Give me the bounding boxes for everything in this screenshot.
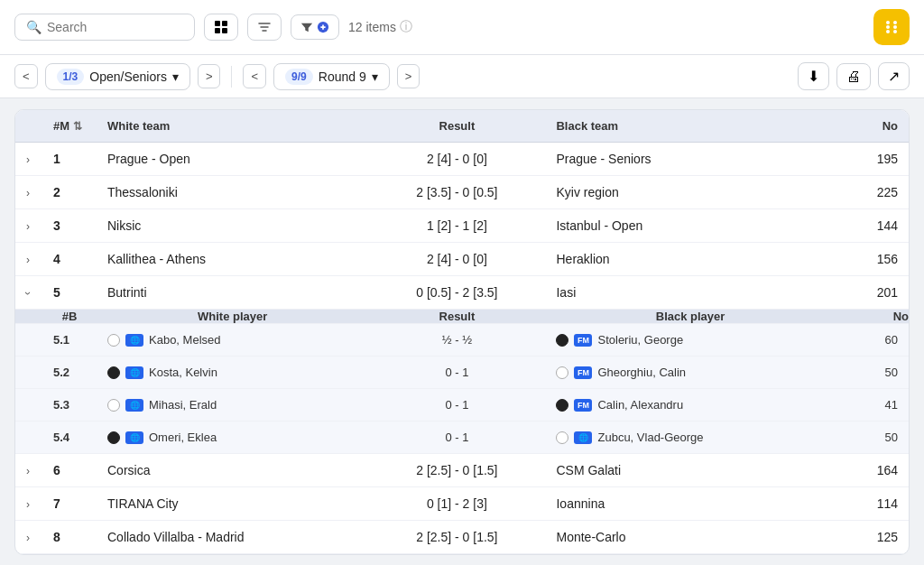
player-flag-icon: 🌐: [125, 334, 143, 347]
white-player-cell: 🌐 Kosta, Kelvin: [97, 357, 368, 389]
sub-no: 41: [836, 389, 909, 421]
svg-rect-2: [215, 28, 220, 33]
white-color-dot: [107, 431, 120, 444]
filter-button[interactable]: [291, 14, 339, 40]
sub-table-row: 5.3 🌐 Mihasi, Erald 0 - 1: [15, 389, 909, 421]
result: 1 [2] - 1 [2]: [368, 209, 545, 243]
app-menu-button[interactable]: [873, 9, 910, 45]
expand-row-1-button[interactable]: ›: [26, 153, 30, 166]
expand-row-8-button[interactable]: ›: [26, 532, 30, 544]
table-row: › 5 Butrinti 0 [0.5] - 2 [3.5] Iasi 201: [15, 276, 909, 310]
white-team: Niksic: [97, 209, 368, 243]
board-result: 0 - 1: [368, 357, 545, 389]
sub-no: 60: [836, 324, 909, 357]
expand-row-3-button[interactable]: ›: [26, 220, 30, 233]
expand-row-6-button[interactable]: ›: [26, 465, 30, 477]
col-white-team: White team: [97, 110, 368, 143]
sub-table-header: #B White player Result Black player No: [15, 310, 909, 324]
expand-row-5-button[interactable]: ›: [22, 292, 34, 295]
black-player-name: Zubcu, Vlad-George: [597, 431, 703, 444]
sub-table-row: 5.1 🌐 Kabo, Melsed ½ - ½: [15, 324, 909, 357]
round-prev-button[interactable]: <: [243, 64, 266, 88]
row-num: 4: [42, 243, 97, 276]
round-selector[interactable]: 9/9 Round 9 ▾: [273, 63, 390, 90]
sub-expand-cell: [15, 324, 42, 357]
player-flag-icon: 🌐: [125, 431, 143, 444]
sub-no: 50: [836, 421, 909, 454]
result: 2 [2.5] - 0 [1.5]: [368, 454, 545, 487]
row-num: 1: [42, 143, 97, 176]
white-color-dot: [107, 399, 120, 412]
col-expand: [15, 110, 42, 143]
group-next-button[interactable]: >: [198, 64, 221, 88]
result: 2 [4] - 0 [0]: [368, 243, 545, 276]
player-flag-icon: 🌐: [574, 431, 592, 444]
white-team: Kallithea - Athens: [97, 243, 368, 276]
white-team: TIRANA City: [97, 487, 368, 521]
board-result: 0 - 1: [368, 421, 545, 454]
row-num: 3: [42, 209, 97, 243]
expand-row-4-button[interactable]: ›: [26, 254, 30, 266]
search-icon: 🔍: [26, 20, 42, 34]
grid-view-button[interactable]: [204, 14, 238, 41]
sort-icon[interactable]: ⇅: [73, 120, 82, 133]
search-box[interactable]: 🔍: [14, 14, 195, 41]
svg-point-7: [886, 21, 890, 24]
toolbar: 🔍 12 items ⓘ: [0, 0, 924, 55]
svg-rect-3: [222, 28, 227, 33]
svg-point-8: [893, 21, 897, 24]
result: 2 [3.5] - 0 [0.5]: [368, 176, 545, 209]
no: 201: [836, 276, 909, 310]
svg-rect-1: [222, 21, 227, 26]
black-team: Ioannina: [545, 487, 835, 521]
black-player-name: Stoleriu, George: [597, 333, 683, 347]
items-count: 12 items ⓘ: [348, 19, 412, 35]
group-label: Open/Seniors: [89, 69, 167, 84]
result: 0 [0.5] - 2 [3.5]: [368, 276, 545, 310]
player-flag-icon: FM: [574, 399, 592, 412]
row-num: 7: [42, 487, 97, 521]
matches-table: #M ⇅ White team Result Black team No › 1…: [14, 109, 910, 555]
sub-board-num: 5.1: [42, 324, 97, 357]
sort-button[interactable]: [247, 14, 282, 41]
black-player-cell: FM Gheorghiu, Calin: [545, 357, 835, 389]
sub-board-num: 5.4: [42, 421, 97, 454]
black-team: Heraklion: [545, 243, 835, 276]
expand-row-7-button[interactable]: ›: [26, 498, 30, 511]
print-button[interactable]: 🖨: [836, 63, 871, 90]
share-button[interactable]: ↗: [878, 62, 910, 90]
black-player-name: Calin, Alexandru: [597, 398, 683, 412]
white-team: Corsica: [97, 454, 368, 487]
sub-board-num: 5.3: [42, 389, 97, 421]
group-selector[interactable]: 1/3 Open/Seniors ▾: [45, 63, 190, 90]
player-flag-icon: 🌐: [125, 366, 143, 379]
group-prev-button[interactable]: <: [14, 64, 38, 88]
col-match-num: #M ⇅: [42, 110, 97, 143]
white-team: Butrinti: [97, 276, 368, 310]
sub-col-expand: [15, 310, 42, 324]
expand-row-2-button[interactable]: ›: [26, 187, 30, 199]
white-player-cell: 🌐 Omeri, Eklea: [97, 421, 368, 454]
no: 164: [836, 454, 909, 487]
black-team: Prague - Seniors: [545, 143, 835, 176]
row-num: 8: [42, 521, 97, 554]
black-color-dot: [556, 431, 568, 444]
black-color-dot: [556, 334, 568, 347]
black-color-dot: [556, 366, 568, 379]
round-label: Round 9: [319, 69, 366, 84]
no: 114: [836, 487, 909, 521]
group-chevron-icon: ▾: [172, 69, 179, 84]
black-team: Kyiv region: [545, 176, 835, 209]
sub-col-white-player: White player: [97, 310, 368, 324]
search-input[interactable]: [47, 20, 183, 34]
row-num: 5: [42, 276, 97, 310]
board-result: 0 - 1: [368, 389, 545, 421]
sub-expand-cell: [15, 389, 42, 421]
download-button[interactable]: ⬇: [798, 62, 829, 90]
no: 156: [836, 243, 909, 276]
black-team: Istanbul - Open: [545, 209, 835, 243]
sub-expand-cell: [15, 421, 42, 454]
board-result: ½ - ½: [368, 324, 545, 357]
svg-point-9: [886, 30, 890, 33]
round-next-button[interactable]: >: [397, 64, 420, 88]
